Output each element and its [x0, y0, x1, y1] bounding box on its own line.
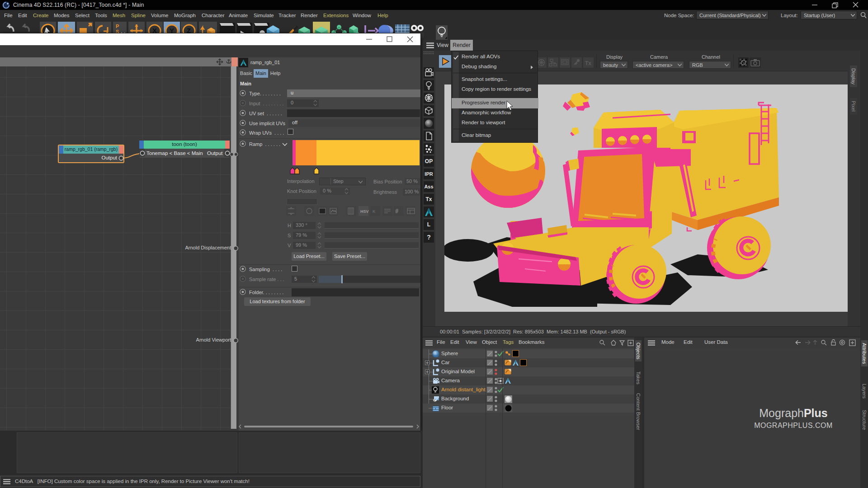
svg-text:HSV: HSV — [360, 209, 369, 214]
svg-text:Tx: Tx — [585, 60, 591, 66]
svg-text:P: P — [116, 23, 119, 29]
svg-text:#: # — [396, 209, 398, 214]
svg-text:K: K — [373, 209, 376, 214]
